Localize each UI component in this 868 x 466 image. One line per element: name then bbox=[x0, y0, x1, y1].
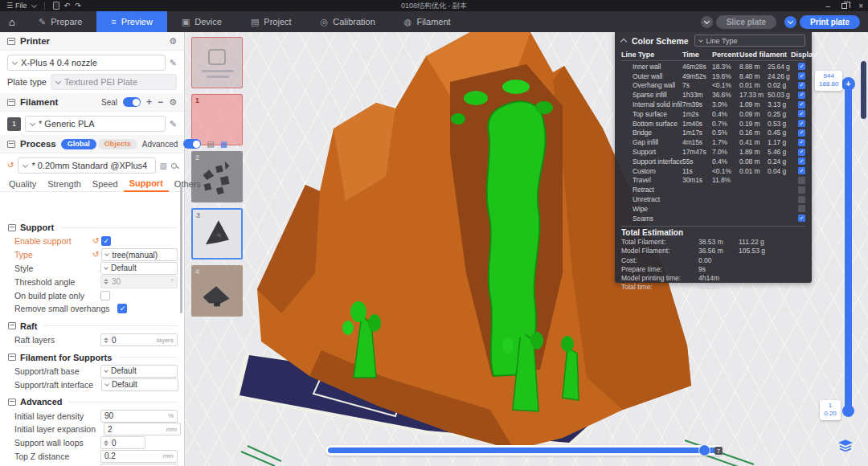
display-checkbox[interactable]: ✓ bbox=[798, 82, 805, 89]
display-checkbox[interactable]: ✓ bbox=[798, 110, 805, 117]
process-tab[interactable]: Strength bbox=[42, 179, 87, 191]
main-tab[interactable]: ✎ Prepare bbox=[24, 11, 96, 32]
display-checkbox[interactable]: ✓ bbox=[798, 215, 805, 222]
display-checkbox[interactable]: ✓ bbox=[798, 101, 805, 108]
remove-small-overhangs-checkbox[interactable]: ✓ bbox=[117, 304, 127, 313]
enable-support-checkbox[interactable]: ✓ bbox=[101, 236, 111, 246]
line-type-weight: 24.26 g bbox=[768, 72, 791, 80]
plate-thumbnail[interactable]: 2 bbox=[191, 151, 243, 202]
process-preset-select[interactable]: * 0.20mm Standard @XPlus4 bbox=[18, 157, 155, 174]
edit-filament-icon[interactable]: ✎ bbox=[170, 120, 177, 129]
add-filament-button[interactable]: + bbox=[146, 97, 152, 107]
new-project-icon[interactable] bbox=[53, 2, 59, 10]
main-tab[interactable]: ◍ Filament bbox=[390, 11, 465, 32]
display-checkbox[interactable]: ✓ bbox=[798, 63, 805, 70]
display-checkbox[interactable]: ✓ bbox=[798, 139, 805, 146]
plate-thumbnail[interactable] bbox=[191, 37, 243, 88]
legend-row: Unretract ✓ bbox=[621, 194, 805, 204]
plate-thumbnail[interactable]: 1 bbox=[191, 94, 243, 145]
3d-viewport[interactable]: 1 2 3 bbox=[185, 32, 868, 466]
display-checkbox[interactable]: ✓ bbox=[798, 92, 805, 99]
main-tab[interactable]: ◎ Calibration bbox=[306, 11, 390, 32]
compare-preset-icon[interactable]: ▦ bbox=[220, 140, 227, 149]
support-style-select[interactable]: Default bbox=[100, 262, 178, 275]
raft-layers-spinner[interactable]: 0 layers bbox=[100, 333, 178, 346]
on-build-plate-only-checkbox[interactable]: ✓ bbox=[100, 291, 110, 300]
process-objects-pill[interactable]: Objects bbox=[98, 139, 137, 149]
display-checkbox[interactable]: ✓ bbox=[798, 167, 805, 174]
layers-view-icon[interactable] bbox=[838, 439, 853, 452]
display-checkbox[interactable]: ✓ bbox=[798, 177, 805, 184]
plate-thumbnail-selected[interactable]: 3 bbox=[191, 208, 243, 260]
close-button[interactable]: × bbox=[858, 2, 863, 10]
search-icon[interactable] bbox=[171, 163, 177, 169]
redo-icon[interactable]: ↷ bbox=[75, 2, 81, 10]
support-wall-loops-spinner[interactable]: 0 bbox=[100, 436, 145, 449]
plate-thumbnail[interactable]: 4 bbox=[191, 265, 243, 317]
main-tab[interactable]: ▣ Device bbox=[167, 11, 236, 32]
restore-button[interactable] bbox=[841, 3, 847, 9]
discard-changes-icon[interactable]: ↺ bbox=[7, 161, 14, 170]
filament-slot-swatch[interactable]: 1 bbox=[7, 117, 21, 131]
reset-icon[interactable]: ↺ bbox=[92, 237, 99, 245]
printer-settings-gear-icon[interactable]: ⚙ bbox=[169, 37, 177, 46]
slice-dropdown-button[interactable] bbox=[701, 16, 713, 28]
printer-preset-select[interactable]: X-Plus 4 0.4 nozzle bbox=[7, 55, 166, 71]
display-checkbox[interactable]: ✓ bbox=[798, 129, 805, 137]
remove-filament-button[interactable]: − bbox=[158, 97, 163, 107]
main-tab[interactable]: ≡ Preview bbox=[96, 11, 167, 32]
edit-printer-icon[interactable]: ✎ bbox=[170, 59, 177, 67]
spinner-arrows-icon[interactable] bbox=[104, 440, 108, 446]
process-tab[interactable]: Quality bbox=[3, 179, 42, 191]
line-type-name: Custom bbox=[633, 167, 682, 175]
minimize-button[interactable]: – bbox=[826, 2, 831, 10]
process-tab[interactable]: Support bbox=[124, 178, 169, 192]
initial-layer-expansion-input[interactable]: 2mm bbox=[104, 423, 181, 435]
layer-slider-track[interactable] bbox=[845, 80, 852, 411]
seal-toggle[interactable] bbox=[123, 97, 141, 107]
display-checkbox[interactable]: ✓ bbox=[798, 196, 805, 203]
reset-icon[interactable]: ↺ bbox=[92, 251, 99, 259]
display-checkbox[interactable]: ✓ bbox=[798, 205, 805, 212]
parameter-table-icon[interactable]: ▤ bbox=[207, 140, 214, 149]
save-preset-icon[interactable]: ▥ bbox=[160, 161, 167, 170]
plate-type-select[interactable]: Textured PEI Plate bbox=[51, 74, 177, 90]
process-global-pill[interactable]: Global bbox=[61, 139, 96, 149]
view-mode-select[interactable]: Line Type bbox=[694, 35, 805, 47]
display-checkbox[interactable]: ✓ bbox=[798, 120, 805, 127]
layer-slider-top-handle[interactable]: + bbox=[841, 77, 855, 91]
display-checkbox[interactable]: ✓ bbox=[798, 149, 805, 156]
support-raft-interface-select[interactable]: Default bbox=[101, 378, 178, 391]
process-tab[interactable]: Others bbox=[169, 179, 207, 191]
main-tab[interactable]: ▤ Project bbox=[236, 11, 306, 32]
support-raft-base-select[interactable]: Default bbox=[100, 365, 178, 378]
display-checkbox[interactable]: ✓ bbox=[798, 186, 805, 194]
segment-slider-handle[interactable] bbox=[699, 445, 710, 456]
threshold-angle-spinner[interactable]: 30 ° bbox=[100, 276, 178, 288]
display-checkbox[interactable]: ✓ bbox=[798, 72, 805, 80]
file-menu[interactable]: ☰ File bbox=[6, 2, 27, 10]
spinner-arrows-icon[interactable] bbox=[104, 337, 108, 343]
print-plate-button[interactable]: Print plate bbox=[800, 15, 860, 29]
slice-plate-button[interactable]: Slice plate bbox=[716, 15, 776, 29]
layer-slider-bottom-handle[interactable] bbox=[842, 405, 854, 417]
display-checkbox[interactable]: ✓ bbox=[798, 157, 805, 165]
tab-label: Project bbox=[264, 17, 291, 27]
support-type-select[interactable]: tree(manual) bbox=[101, 248, 178, 261]
advanced-toggle[interactable] bbox=[183, 139, 201, 149]
segment-slider[interactable]: 7 bbox=[326, 445, 723, 456]
initial-layer-density-input[interactable]: 90% bbox=[100, 410, 178, 423]
file-menu-chevron-icon[interactable] bbox=[31, 2, 37, 7]
plate-logo-text bbox=[202, 70, 234, 72]
top-z-distance-input[interactable]: 0.2mm bbox=[100, 450, 178, 463]
undo-icon[interactable]: ↶ bbox=[64, 2, 71, 10]
spinner-arrows-icon[interactable] bbox=[104, 279, 108, 284]
print-dropdown-button[interactable] bbox=[784, 16, 796, 28]
sidebar-scrollbar[interactable] bbox=[180, 185, 182, 313]
process-tab[interactable]: Speed bbox=[87, 179, 124, 191]
collapse-panel-icon[interactable] bbox=[620, 39, 627, 45]
filament-preset-select[interactable]: * Generic PLA bbox=[25, 116, 166, 132]
home-icon[interactable]: ⌂ bbox=[0, 11, 24, 32]
filament-settings-gear-icon[interactable]: ⚙ bbox=[169, 98, 177, 107]
viewport-scrollbar[interactable] bbox=[861, 61, 866, 119]
